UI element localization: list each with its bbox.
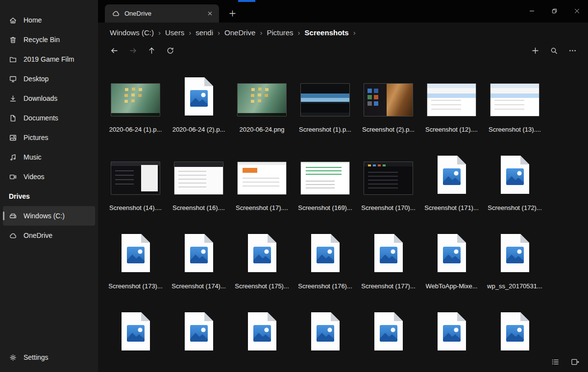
breadcrumb-segment-users[interactable]: Users (163, 27, 187, 38)
sidebar-item-home[interactable]: Home (3, 10, 95, 30)
file-item[interactable]: Screenshot (174)... (167, 230, 230, 308)
breadcrumb-segment-onedrive[interactable]: OneDrive (222, 27, 258, 38)
sidebar-item-videos[interactable]: Videos (3, 167, 95, 186)
file-item[interactable] (420, 308, 483, 372)
file-name: Screenshot (177)... (361, 282, 416, 290)
tab-close-icon[interactable] (204, 8, 215, 19)
sidebar-item-label: Videos (24, 173, 45, 181)
file-item[interactable]: Screenshot (16).... (167, 152, 230, 230)
image-file-icon (183, 233, 215, 273)
breadcrumb-segment-screenshots[interactable]: Screenshots (302, 27, 351, 38)
file-name: WebToApp-Mixe... (426, 282, 478, 290)
tab-bar: OneDrive (98, 0, 588, 23)
breadcrumb-chevron-icon[interactable]: › (353, 28, 356, 37)
search-button[interactable] (547, 44, 561, 57)
breadcrumb-chevron-icon[interactable]: › (189, 28, 191, 37)
file-item[interactable]: Screenshot (172)... (483, 152, 546, 230)
refresh-button[interactable] (163, 44, 177, 57)
file-item[interactable]: Screenshot (171)... (420, 152, 483, 230)
forward-button[interactable] (126, 44, 140, 57)
file-name: Screenshot (176)... (298, 282, 352, 290)
file-thumbnail-area (183, 230, 215, 273)
file-thumbnail-area (183, 73, 215, 116)
file-item[interactable]: 2020-06-24 (1).p... (104, 73, 167, 152)
file-item[interactable]: Screenshot (1).p... (294, 73, 357, 152)
file-name: Screenshot (174)... (172, 282, 226, 290)
file-item[interactable]: wp_ss_20170531... (483, 230, 546, 308)
add-button[interactable] (528, 44, 542, 57)
sidebar-item-label: Desktop (24, 75, 49, 83)
up-button[interactable] (145, 44, 158, 57)
file-thumbnail-area (246, 230, 278, 273)
file-thumbnail-area (300, 73, 350, 116)
sidebar-item-music[interactable]: Music (3, 147, 95, 167)
picture-icon (9, 134, 17, 142)
close-button[interactable] (565, 0, 588, 22)
screenshot-thumbnail (300, 162, 350, 195)
sidebar-item-windows-c[interactable]: Windows (C:) (3, 206, 95, 226)
file-item[interactable] (167, 308, 230, 372)
file-name: wp_ss_20170531... (487, 282, 542, 290)
sidebar-item-label: Music (24, 153, 42, 161)
restore-button[interactable] (543, 0, 565, 22)
sidebar-item-desktop[interactable]: Desktop (3, 69, 95, 89)
breadcrumb-chevron-icon[interactable]: › (158, 28, 161, 37)
minimize-button[interactable] (520, 0, 543, 22)
sidebar-item-documents[interactable]: Documents (3, 108, 95, 128)
breadcrumb-chevron-icon[interactable]: › (298, 28, 300, 37)
file-item[interactable]: Screenshot (177)... (357, 230, 420, 308)
file-item[interactable]: Screenshot (14).... (104, 152, 167, 230)
sidebar-item-settings[interactable]: Settings (3, 348, 95, 367)
file-item[interactable]: Screenshot (173)... (104, 230, 167, 308)
sidebar-item-downloads[interactable]: Downloads (3, 89, 95, 108)
back-button[interactable] (107, 44, 121, 57)
file-item[interactable]: Screenshot (12).... (420, 73, 483, 152)
breadcrumb-chevron-icon[interactable]: › (260, 28, 262, 37)
sidebar-nav: Home Recycle Bin 2019 Game Film Desktop … (0, 10, 98, 186)
image-file-icon (499, 311, 531, 351)
video-icon (9, 173, 17, 181)
image-file-icon (120, 233, 151, 273)
file-item[interactable]: 2020-06-24.png (230, 73, 294, 152)
file-name: Screenshot (172)... (488, 204, 542, 211)
file-item[interactable]: Screenshot (169)... (294, 152, 357, 230)
file-item[interactable] (483, 308, 546, 372)
file-item[interactable]: Screenshot (175)... (230, 230, 294, 308)
file-thumbnail-area (499, 230, 531, 273)
file-item[interactable]: Screenshot (17).... (230, 152, 294, 230)
file-item[interactable]: Screenshot (2).p... (357, 73, 420, 152)
file-item[interactable]: 2020-06-24 (2).p... (167, 73, 230, 152)
file-thumbnail-area (174, 152, 223, 195)
tab-onedrive[interactable]: OneDrive (105, 4, 219, 23)
breadcrumb-segment-windows-c[interactable]: Windows (C:) (107, 27, 156, 38)
sidebar-item-label: Recycle Bin (24, 36, 60, 44)
sidebar-item-pictures[interactable]: Pictures (3, 128, 95, 147)
file-item[interactable]: Screenshot (170)... (357, 152, 420, 230)
main-pane: OneDrive Windows (C:)›Users›sendi›OneDri… (98, 0, 588, 372)
file-name: Screenshot (14).... (109, 204, 162, 211)
file-item[interactable]: WebToApp-Mixe... (420, 230, 483, 308)
file-item[interactable]: Screenshot (13).... (483, 73, 546, 152)
preview-pane-icon[interactable] (568, 355, 581, 368)
sidebar-item-label: Windows (C:) (24, 212, 65, 220)
file-item[interactable] (104, 308, 167, 372)
image-file-icon (373, 233, 404, 273)
file-thumbnail-area (436, 152, 467, 195)
file-item[interactable] (230, 308, 294, 372)
sidebar-item-recycle-bin[interactable]: Recycle Bin (3, 30, 95, 49)
sidebar-item-2019-game-film[interactable]: 2019 Game Film (3, 49, 95, 69)
file-item[interactable]: Screenshot (176)... (294, 230, 357, 308)
breadcrumb-segment-sendi[interactable]: sendi (193, 27, 216, 38)
file-item[interactable] (294, 308, 357, 372)
details-view-icon[interactable] (549, 355, 562, 368)
file-name: Screenshot (169)... (298, 204, 352, 211)
breadcrumb-chevron-icon[interactable]: › (218, 28, 220, 37)
more-button[interactable] (565, 44, 579, 57)
file-thumbnail-area (499, 152, 531, 195)
file-item[interactable] (357, 308, 420, 372)
new-tab-button[interactable] (225, 7, 240, 20)
breadcrumb-segment-pictures[interactable]: Pictures (264, 27, 295, 38)
sidebar-item-onedrive[interactable]: OneDrive (3, 226, 95, 245)
file-thumbnail-area (111, 73, 160, 116)
file-grid: 2020-06-24 (1).p... 2020-06-24 (2).p... … (98, 61, 588, 372)
